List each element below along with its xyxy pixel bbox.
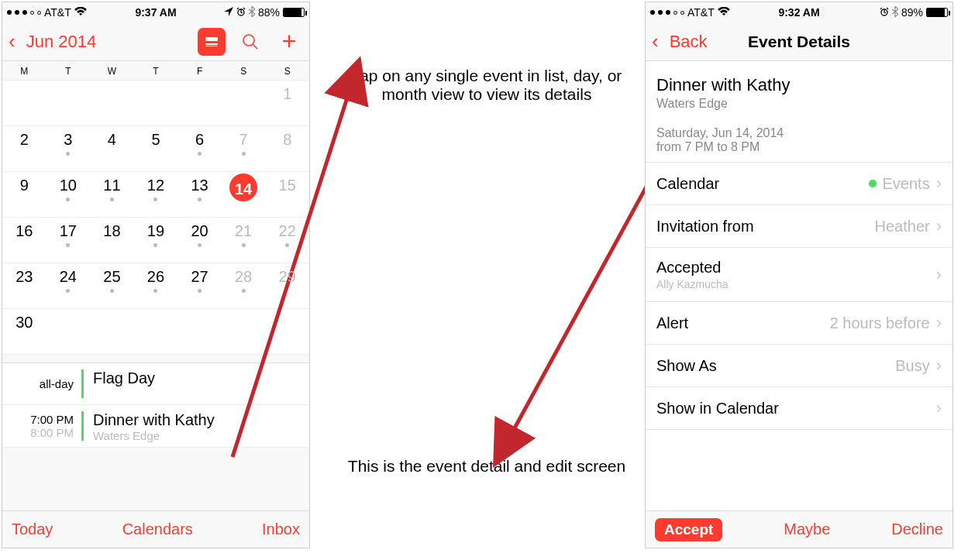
day-cell[interactable]: 20 <box>177 218 222 263</box>
event-dot-icon <box>66 198 70 201</box>
row-showin[interactable]: Show in Calendar › <box>646 387 952 430</box>
chevron-right-icon: › <box>936 356 942 376</box>
row-label: Invitation from <box>656 218 754 235</box>
arrow-top-icon <box>232 77 480 465</box>
day-cell[interactable]: 3 <box>46 126 91 171</box>
event-time: from 7 PM to 8 PM <box>656 140 942 154</box>
svg-point-4 <box>243 35 254 46</box>
weekday-label: S <box>222 66 266 77</box>
row-calendar[interactable]: Calendar Events› <box>646 163 952 205</box>
event-time: 7:00 PM8:00 PM <box>2 405 81 447</box>
day-number: 1 <box>283 85 291 103</box>
day-cell[interactable]: 4 <box>90 126 134 171</box>
day-cell <box>90 309 134 354</box>
event-dot-icon <box>198 198 202 201</box>
battery-icon <box>283 8 305 17</box>
day-number: 15 <box>279 177 296 194</box>
day-number: 25 <box>103 268 120 286</box>
day-cell[interactable]: 23 <box>2 263 46 308</box>
day-cell[interactable]: 12 <box>134 172 178 217</box>
day-cell[interactable]: 27 <box>177 263 222 308</box>
row-alert[interactable]: Alert 2 hours before› <box>646 302 952 345</box>
day-cell[interactable]: 2 <box>2 126 46 171</box>
weekday-label: S <box>265 66 309 77</box>
event-dot-icon <box>66 289 70 293</box>
event-details-screen: AT&T 9:32 AM 89% ‹ Back Event Details Di… <box>645 2 953 548</box>
chevron-right-icon: › <box>936 398 942 418</box>
decline-button[interactable]: Decline <box>891 520 943 538</box>
accept-button[interactable]: Accept <box>655 518 722 541</box>
nav-bar: ‹ Jun 2014 + <box>2 22 309 61</box>
row-invitation[interactable]: Invitation from Heather› <box>646 205 952 248</box>
day-number: 5 <box>151 131 160 149</box>
event-dot-icon <box>153 198 157 201</box>
day-cell <box>46 81 91 125</box>
battery-icon <box>926 8 948 17</box>
day-number: 17 <box>60 222 77 240</box>
day-number: 23 <box>16 268 33 286</box>
day-number: 22 <box>279 222 296 240</box>
row-label: Show in Calendar <box>656 400 779 417</box>
svg-rect-2 <box>205 43 218 45</box>
day-number: 30 <box>16 314 33 332</box>
row-accepted[interactable]: Accepted Ally Kazmucha › <box>646 248 952 302</box>
chevron-right-icon: › <box>936 173 942 194</box>
svg-rect-3 <box>205 46 218 46</box>
day-number: 18 <box>103 222 120 240</box>
weekday-label: T <box>46 66 91 77</box>
day-cell[interactable]: 10 <box>46 172 91 217</box>
day-number: 13 <box>191 177 208 194</box>
page-title: Event Details <box>646 33 952 51</box>
add-button[interactable]: + <box>275 28 303 56</box>
row-value: Heather <box>875 218 930 235</box>
day-number: 29 <box>279 268 296 286</box>
status-bar: AT&T 9:37 AM 88% <box>2 2 309 22</box>
day-cell[interactable]: 17 <box>46 218 91 263</box>
day-cell[interactable]: 19 <box>134 218 178 263</box>
search-button[interactable] <box>236 28 264 56</box>
clock-label: 9:32 AM <box>646 6 952 19</box>
svg-line-5 <box>253 44 257 49</box>
day-number: 11 <box>103 177 120 194</box>
today-button[interactable]: Today <box>12 520 53 538</box>
chevron-right-icon: › <box>936 216 942 236</box>
day-number: 7 <box>239 131 248 149</box>
day-cell <box>2 81 46 125</box>
day-cell[interactable]: 9 <box>2 172 46 217</box>
day-cell[interactable]: 11 <box>90 172 134 217</box>
back-button[interactable]: ‹ Jun 2014 <box>9 29 96 53</box>
svg-line-7 <box>512 178 651 434</box>
bottom-toolbar: Accept Maybe Decline <box>646 510 952 548</box>
inbox-button[interactable]: Inbox <box>262 520 300 538</box>
day-cell[interactable]: 18 <box>90 218 134 263</box>
bottom-toolbar: Today Calendars Inbox <box>2 510 309 548</box>
event-dot-icon <box>198 152 202 156</box>
event-dot-icon <box>198 289 202 293</box>
view-toggle-button[interactable] <box>198 28 226 56</box>
maybe-button[interactable]: Maybe <box>784 520 830 538</box>
day-number: 19 <box>147 222 164 240</box>
day-cell[interactable]: 13 <box>177 172 222 217</box>
row-label: Accepted <box>656 259 721 277</box>
day-cell[interactable]: 26 <box>134 263 178 308</box>
day-number: 28 <box>235 268 252 286</box>
day-number: 8 <box>283 131 291 149</box>
row-value: Events <box>883 175 930 193</box>
event-title: Dinner with Kathy <box>656 75 942 95</box>
day-number: 9 <box>20 177 29 194</box>
day-cell[interactable]: 24 <box>46 263 91 308</box>
day-cell[interactable]: 5 <box>134 126 178 171</box>
day-cell[interactable]: 6 <box>177 126 222 171</box>
row-showas[interactable]: Show As Busy› <box>646 345 952 387</box>
calendars-button[interactable]: Calendars <box>122 520 193 538</box>
row-value: Busy <box>895 357 929 375</box>
day-cell[interactable]: 25 <box>90 263 134 308</box>
day-cell[interactable]: 16 <box>2 218 46 263</box>
calendar-dot-icon <box>869 180 877 187</box>
event-dot-icon <box>153 243 157 247</box>
day-cell[interactable]: 30 <box>2 309 46 354</box>
chevron-right-icon: › <box>936 313 942 333</box>
day-number: 14 <box>235 180 252 198</box>
event-date: Saturday, Jun 14, 2014 <box>656 126 942 140</box>
chevron-left-icon: ‹ <box>9 29 16 53</box>
